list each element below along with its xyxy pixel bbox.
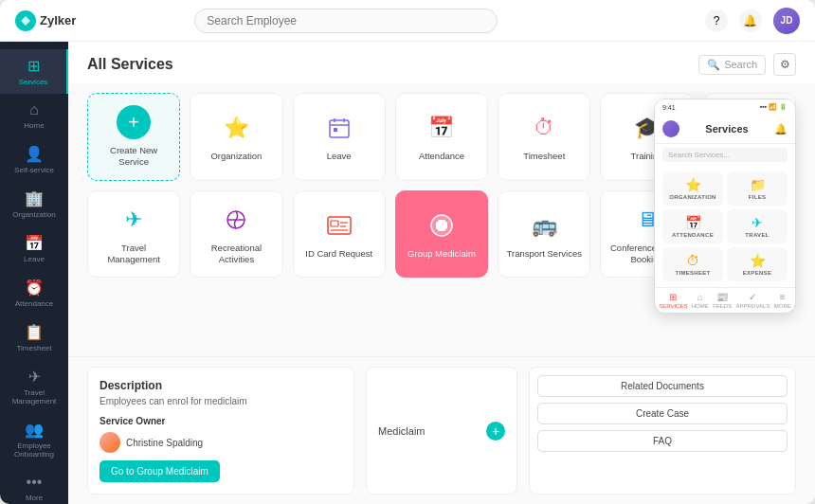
description-title: Description [100,379,342,392]
mobile-timesheet-card: ⏱ TIMESHEET [662,247,723,281]
sidebar-item-services[interactable]: ⊞ Services [0,49,68,94]
sidebar-item-travel[interactable]: ✈ Travel Management [0,360,68,413]
travel-service-card[interactable]: ✈ Travel Management [87,190,180,279]
mobile-expense-icon: ⭐ [750,253,766,268]
travel-label: Travel Management [96,243,172,266]
owner-name: Christine Spalding [126,438,203,448]
mobile-org-icon: ⭐ [685,177,701,192]
services-search[interactable]: 🔍 Search [698,55,766,75]
search-bar[interactable] [194,9,498,33]
travel-service-icon: ✈ [117,203,151,237]
related-documents-button[interactable]: Related Documents [537,375,788,397]
sidebar-item-self-service[interactable]: 👤 Self-service [0,137,68,182]
mobile-bell-icon: 🔔 [774,123,788,135]
more-icon: ••• [27,474,43,491]
mobile-nav-approvals-icon: ✓ [749,292,756,302]
sidebar-item-more[interactable]: ••• More [0,466,68,504]
leave-service-card[interactable]: Leave [293,93,386,181]
mobile-organization-card: ⭐ ORGANIZATION [662,171,723,206]
svg-rect-0 [330,120,349,137]
sidebar-item-timesheet[interactable]: 📋 Timesheet [0,315,68,360]
sidebar-item-home[interactable]: ⌂ Home [0,94,68,137]
sidebar-label-self-service: Self-service [14,166,54,174]
mobile-nav-approvals: ✓ APPROVALS [736,292,770,309]
leave-service-icon [322,111,356,145]
recreational-label: Recreational Activities [198,243,274,266]
mobile-search-text: Search Services... [668,151,730,159]
mobile-files-icon: 📁 [750,177,766,192]
mobile-avatar [662,120,679,137]
sidebar-label-organization: Organization [12,210,55,219]
description-text: Employees can enrol for mediclaim [100,396,342,406]
mobile-services-grid: ⭐ ORGANIZATION 📁 FILES 📅 ATTENDANCE ✈ TR… [655,166,795,287]
mobile-nav-services-icon: ⊞ [669,292,677,302]
mobile-nav-services-label: SERVICES [659,303,687,309]
organization-label: Organization [210,151,262,162]
service-owner-label: Service Owner [100,416,342,426]
page-title: All Services [87,56,173,73]
bottom-section: Description Employees can enrol for medi… [68,356,815,504]
create-case-button[interactable]: Create Case [537,403,788,424]
actions-box: Related Documents Create Case FAQ [529,367,796,495]
go-to-group-mediclaim-button[interactable]: Go to Group Mediclaim [100,460,220,482]
group-mediclaim-service-card[interactable]: Group Mediclaim [395,190,488,279]
idcard-label: ID Card Request [305,248,372,260]
transport-service-icon: 🚌 [527,208,561,243]
sidebar-label-timesheet: Timesheet [16,344,51,352]
sidebar-item-organization[interactable]: 🏢 Organization [0,182,68,226]
self-service-icon: 👤 [25,145,44,163]
mobile-nav-feeds: 📰 FEEDS [713,292,732,309]
sidebar-item-leave[interactable]: 📅 Leave [0,226,68,271]
mobile-files-card: 📁 FILES [727,171,788,206]
mediclaim-box-label: Mediclaim [378,425,426,437]
mobile-nav-home-icon: ⌂ [697,292,703,302]
travel-icon: ✈ [28,368,41,386]
attendance-service-icon: 📅 [425,111,459,145]
mobile-signal: ▪▪▪ 📶 🔋 [760,103,788,111]
help-icon[interactable]: ? [705,9,728,32]
mobile-time: 9:41 [662,104,676,111]
sidebar-label-home: Home [24,121,44,130]
header-right: 🔍 Search ⚙ [698,53,796,76]
mobile-nav-home: ⌂ HOME [692,292,709,309]
avatar[interactable]: JD [773,8,800,34]
idcard-service-card[interactable]: ID Card Request [293,190,386,279]
timesheet-service-card[interactable]: ⏱ Timesheet [498,93,590,181]
services-header: All Services 🔍 Search ⚙ [68,42,815,83]
mobile-preview: 9:41 ▪▪▪ 📶 🔋 Services 🔔 Search Services.… [654,99,796,314]
grid-settings-button[interactable]: ⚙ [773,53,796,76]
owner-row: Christine Spalding [100,432,342,453]
top-icons: ? 🔔 JD [705,8,800,34]
mobile-org-label: ORGANIZATION [669,194,716,200]
mobile-nav-more-label: MORE [774,303,791,309]
mobile-nav-home-label: HOME [692,303,709,309]
logo: Zylker [15,10,91,31]
employee-search-input[interactable] [194,9,498,33]
create-new-service-card[interactable]: + Create New Service [87,93,180,181]
mediclaim-service-icon [425,208,459,243]
create-plus-icon: + [117,105,151,139]
timesheet-icon: 📋 [25,323,44,341]
add-mediclaim-button[interactable]: + [486,422,505,441]
sidebar-item-employee[interactable]: 👥 Employee Onboarding [0,413,68,466]
sidebar-item-attendance[interactable]: ⏰ Attendance [0,271,68,315]
faq-button[interactable]: FAQ [537,430,788,452]
description-box: Description Employees can enrol for medi… [87,367,354,495]
topbar: Zylker ? 🔔 JD [0,0,815,42]
create-service-label: Create New Service [96,145,172,169]
mobile-nav-more: ≡ MORE [774,292,791,309]
sidebar-label-services: Services [19,78,48,86]
bell-icon[interactable]: 🔔 [739,9,762,32]
sidebar-label-attendance: Attendance [15,299,53,308]
transport-label: Transport Services [507,248,582,260]
organization-icon: ⭐ [219,111,253,145]
attendance-service-card[interactable]: 📅 Attendance [395,93,488,181]
logo-icon [15,10,36,31]
organization-service-card[interactable]: ⭐ Organization [190,93,282,181]
svg-rect-8 [331,221,338,226]
mobile-nav-services: ⊞ SERVICES [659,292,687,309]
search-icon: 🔍 [707,59,720,71]
transport-service-card[interactable]: 🚌 Transport Services [498,190,590,279]
recreational-service-card[interactable]: Recreational Activities [190,190,282,279]
sidebar-label-more: More [26,494,43,502]
